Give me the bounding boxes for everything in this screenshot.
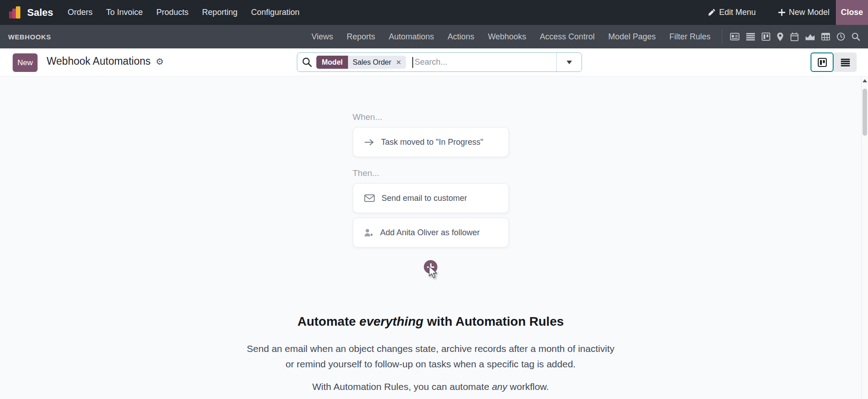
- heading-emphasis: everything: [359, 314, 424, 328]
- menu-item-products[interactable]: Products: [157, 8, 189, 17]
- tab-actions[interactable]: Actions: [448, 32, 474, 42]
- tab-webhooks[interactable]: Webhooks: [488, 32, 526, 42]
- kanban-icon[interactable]: [762, 33, 770, 41]
- new-model-label: New Model: [789, 8, 830, 17]
- sales-app-icon: [9, 6, 21, 19]
- user-plus-icon: [364, 228, 373, 237]
- arrow-right-icon: [364, 138, 374, 146]
- gear-icon[interactable]: ⚙: [156, 56, 164, 67]
- list-view-button[interactable]: [834, 52, 857, 72]
- list-icon[interactable]: [746, 33, 755, 41]
- list-view-icon: [841, 58, 850, 66]
- tab-automations[interactable]: Automations: [389, 32, 434, 42]
- menu-item-configuration[interactable]: Configuration: [251, 8, 300, 17]
- promo-line-1: Send an email when an object changes sta…: [0, 341, 861, 356]
- search-icon[interactable]: [852, 33, 860, 41]
- automation-flow: When... Task moved to "In Progress" Then…: [353, 112, 509, 274]
- tab-views[interactable]: Views: [311, 32, 333, 42]
- pivot-table-icon[interactable]: [821, 33, 830, 41]
- map-marker-icon[interactable]: [777, 33, 783, 41]
- area-chart-icon[interactable]: [806, 33, 815, 41]
- heading-post: with Automation Rules: [424, 314, 564, 328]
- kanban-view-icon: [818, 58, 827, 67]
- facet-value: Sales Order ✕: [348, 56, 406, 69]
- tab-reports[interactable]: Reports: [347, 32, 375, 42]
- clock-icon[interactable]: [837, 33, 845, 41]
- promo-paragraph: Send an email when an object changes sta…: [0, 341, 861, 372]
- view-switcher: [811, 52, 857, 72]
- trigger-card[interactable]: Task moved to "In Progress": [353, 127, 509, 157]
- action-card-label: Add Anita Oliver as follower: [380, 228, 480, 238]
- action-card-label: Send email to customer: [382, 194, 467, 203]
- heading-pre: Automate: [297, 314, 359, 328]
- edit-menu-button[interactable]: Edit Menu: [708, 8, 756, 17]
- studio-toolbar: WEBHOOKS Views Reports Automations Actio…: [0, 25, 868, 48]
- tab-access-control[interactable]: Access Control: [540, 32, 595, 42]
- search-bar[interactable]: Model Sales Order ✕ Search...: [297, 52, 582, 72]
- search-input[interactable]: Search...: [415, 57, 556, 67]
- main-menu: Orders To Invoice Products Reporting Con…: [68, 8, 300, 17]
- closing-pre: With Automation Rules, you can automate: [312, 381, 492, 392]
- scrollbar-thumb[interactable]: [863, 89, 867, 136]
- add-action-area: [424, 260, 438, 274]
- scroll-up-arrow-icon[interactable]: [863, 79, 867, 82]
- magnifier-icon: [302, 57, 312, 67]
- closing-post: workflow.: [507, 381, 549, 392]
- search-facet-model[interactable]: Model Sales Order ✕: [316, 56, 406, 69]
- action-card-email[interactable]: Send email to customer: [353, 183, 509, 213]
- closing-emphasis: any: [492, 381, 507, 392]
- search-dropdown-toggle[interactable]: [556, 53, 582, 71]
- menu-item-reporting[interactable]: Reporting: [202, 8, 238, 17]
- tab-filter-rules[interactable]: Filter Rules: [669, 32, 711, 42]
- promo-closing: With Automation Rules, you can automate …: [0, 381, 861, 392]
- top-navbar: Sales Orders To Invoice Products Reporti…: [0, 0, 868, 25]
- facet-label: Model: [316, 56, 348, 69]
- pencil-icon: [708, 9, 715, 16]
- automation-canvas: When... Task moved to "In Progress" Then…: [0, 76, 861, 399]
- close-studio-button[interactable]: Close: [836, 0, 868, 25]
- new-model-button[interactable]: New Model: [778, 8, 830, 17]
- promo-line-2: or remind yourself to follow-up on tasks…: [0, 356, 861, 372]
- text-caret: [412, 57, 413, 68]
- chevron-down-icon: [567, 61, 572, 64]
- studio-tabs: Views Reports Automations Actions Webhoo…: [311, 32, 711, 42]
- promo-heading: Automate everything with Automation Rule…: [0, 314, 861, 329]
- kanban-view-button[interactable]: [811, 52, 834, 72]
- calendar-icon[interactable]: [790, 33, 799, 41]
- when-label: When...: [353, 112, 509, 122]
- app-name[interactable]: Sales: [27, 7, 53, 19]
- control-panel: New Webhook Automations ⚙ Model Sales Or…: [0, 48, 868, 76]
- then-label: Then...: [353, 168, 509, 178]
- tab-model-pages[interactable]: Model Pages: [608, 32, 656, 42]
- action-card-follower[interactable]: Add Anita Oliver as follower: [353, 218, 509, 247]
- trigger-card-label: Task moved to "In Progress": [381, 138, 483, 147]
- menu-item-to-invoice[interactable]: To Invoice: [106, 8, 143, 17]
- vertical-scrollbar[interactable]: [861, 76, 868, 399]
- menu-item-orders[interactable]: Orders: [68, 8, 93, 17]
- topbar-right: Edit Menu New Model Close: [708, 0, 868, 25]
- breadcrumb-webhooks: WEBHOOKS: [0, 33, 51, 41]
- remove-facet-icon[interactable]: ✕: [396, 58, 402, 66]
- envelope-icon: [364, 194, 375, 202]
- address-card-icon[interactable]: [730, 33, 739, 41]
- edit-menu-label: Edit Menu: [719, 8, 756, 17]
- app-menu-button[interactable]: Sales: [0, 6, 53, 19]
- mouse-cursor: [429, 266, 440, 280]
- plus-icon: [778, 9, 785, 16]
- new-button[interactable]: New: [13, 53, 38, 72]
- page-title: Webhook Automations: [47, 55, 151, 67]
- view-type-icons: [722, 29, 868, 44]
- facet-value-text: Sales Order: [353, 58, 391, 66]
